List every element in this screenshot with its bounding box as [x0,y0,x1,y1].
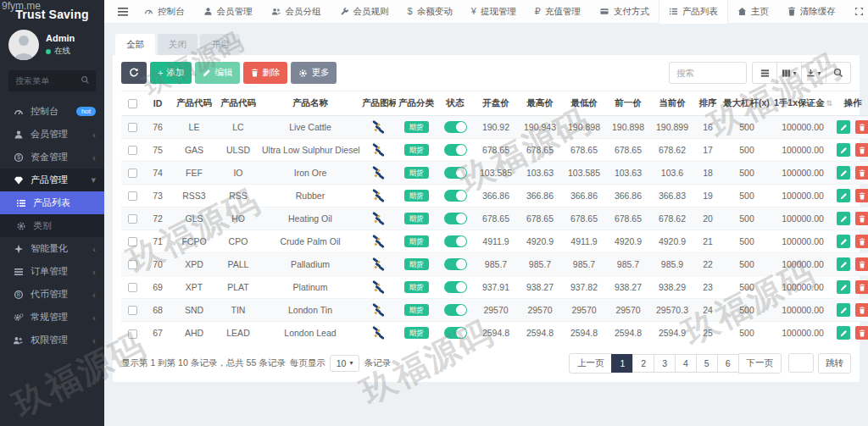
sidebar-item-tokens[interactable]: B 代币管理 ‹ [0,283,104,306]
row-checkbox[interactable] [128,214,137,224]
row-delete-button[interactable] [855,166,868,180]
export-dropdown-button[interactable]: ▾ [801,62,826,84]
nav-home[interactable]: 主页 [728,0,778,24]
page-size-dropdown[interactable]: 10 ▾ [330,355,360,372]
nav-item-recharge[interactable]: ₽ 充值管理 [526,0,590,24]
sidebar-item-members[interactable]: 会员管理 ‹ [0,123,104,146]
status-toggle[interactable] [444,304,467,316]
chevron-left-icon: ‹ [92,152,96,163]
page-button[interactable]: 3 [654,354,676,373]
status-toggle[interactable] [444,281,467,293]
row-checkbox[interactable] [128,329,137,339]
page-button[interactable]: 4 [675,354,697,373]
row-checkbox[interactable] [128,169,137,178]
row-delete-button[interactable] [855,143,868,157]
sidebar-item-product-list[interactable]: 产品列表 [0,191,104,214]
tab-all[interactable]: 全部 [115,34,155,55]
jump-button[interactable]: 跳转 [818,353,851,373]
row-edit-button[interactable] [837,235,850,248]
row-delete-button[interactable] [855,280,868,294]
cell-id: 74 [143,162,172,185]
row-checkbox[interactable] [128,306,137,315]
status-toggle[interactable] [444,213,467,224]
nav-item-member-rules[interactable]: 会员规则 [331,0,398,24]
cell-sort: 19 [694,185,721,207]
row-delete-button[interactable] [855,235,868,248]
prev-page-button[interactable]: 上一页 [569,353,613,373]
add-button[interactable]: +添加 [150,62,192,84]
page-button[interactable]: 5 [696,354,718,373]
row-edit-button[interactable] [837,212,850,225]
row-delete-button[interactable] [855,189,868,202]
delete-button[interactable]: 删除 [243,62,287,84]
col-header-margin[interactable]: 1手1x保证金⇅ [772,91,833,116]
next-page-button[interactable]: 下一页 [738,353,782,373]
menu-toggle-icon[interactable] [111,8,135,16]
nav-item-product-list[interactable]: 产品列表 [659,0,728,24]
refresh-button[interactable] [121,62,147,84]
page-button[interactable]: 1 [611,354,633,373]
columns-dropdown-button[interactable]: ▾ [776,62,802,84]
sidebar-item-category[interactable]: 类别 [0,214,104,237]
sidebar-item-permissions[interactable]: 权限管理 ‹ [0,329,104,351]
status-toggle[interactable] [444,258,467,270]
jump-page-input[interactable] [788,353,814,373]
nav-clear-cache[interactable]: 清除缓存 [778,0,845,24]
sidebar-item-orders[interactable]: 订单管理 ‹ [0,260,104,283]
row-edit-button[interactable] [837,280,850,294]
select-all-checkbox[interactable] [128,99,137,108]
nav-item-payment-methods[interactable]: 支付方式 [590,0,659,24]
row-edit-button[interactable] [837,143,850,157]
row-edit-button[interactable] [837,303,850,317]
row-edit-button[interactable] [837,120,850,134]
row-edit-button[interactable] [837,326,850,340]
nav-item-members[interactable]: 会员管理 [194,0,262,24]
status-toggle[interactable] [444,121,467,133]
search-button[interactable] [826,62,851,84]
col-header-leverage[interactable]: 最大杠杆(x)⇅ [721,91,772,116]
table-search-input[interactable] [669,62,747,84]
sidebar-item-funds[interactable]: $ 资金管理 ‹ [0,146,104,169]
row-delete-button[interactable] [855,303,868,317]
nav-item-dashboard[interactable]: 控制台 [135,0,194,24]
avatar[interactable] [8,30,39,60]
tab-closed[interactable]: 关闭 [158,34,198,55]
row-checkbox[interactable] [128,146,137,155]
row-edit-button[interactable] [837,189,850,202]
row-checkbox[interactable] [128,237,137,246]
status-toggle[interactable] [444,144,467,156]
row-checkbox[interactable] [128,191,137,201]
row-checkbox[interactable] [128,283,137,292]
row-edit-button[interactable] [837,166,850,180]
status-toggle[interactable] [444,190,467,202]
row-delete-button[interactable] [855,257,868,271]
row-edit-button[interactable] [837,257,850,271]
product-logo-icon [370,257,386,272]
status-toggle[interactable] [444,327,467,339]
fullscreen-button[interactable] [845,0,868,24]
sidebar-item-label: 订单管理 [31,265,92,278]
status-toggle[interactable] [444,167,467,179]
more-button[interactable]: 更多 [291,62,337,84]
status-toggle[interactable] [444,235,467,247]
cell-name: Iron Ore [260,162,360,185]
row-delete-button[interactable] [855,212,868,225]
row-checkbox[interactable] [128,260,137,269]
sidebar-item-quant[interactable]: 智能量化 ‹ [0,237,104,260]
sidebar-item-product-mgmt[interactable]: 产品管理 ▾ [0,169,104,191]
toggle-pagination-button[interactable] [752,62,777,84]
edit-button[interactable]: 编辑 [195,62,240,84]
sidebar-item-dashboard[interactable]: 控制台 hot [0,100,104,123]
row-checkbox[interactable] [128,123,137,132]
row-delete-button[interactable] [855,120,868,134]
page-button[interactable]: 2 [632,354,654,373]
nav-item-balance-changes[interactable]: $ 余额变动 [398,0,462,24]
page-button[interactable]: 6 [717,354,739,373]
nav-item-withdrawals[interactable]: ¥ 提现管理 [462,0,526,24]
tab-open[interactable]: 开启 [200,34,240,55]
cell-margin: 100000.00 [772,299,833,322]
svg-text:$: $ [17,154,20,160]
row-delete-button[interactable] [855,326,868,340]
sidebar-item-general[interactable]: 常规管理 ‹ [0,306,104,329]
nav-item-member-groups[interactable]: 会员分组 [262,0,331,24]
